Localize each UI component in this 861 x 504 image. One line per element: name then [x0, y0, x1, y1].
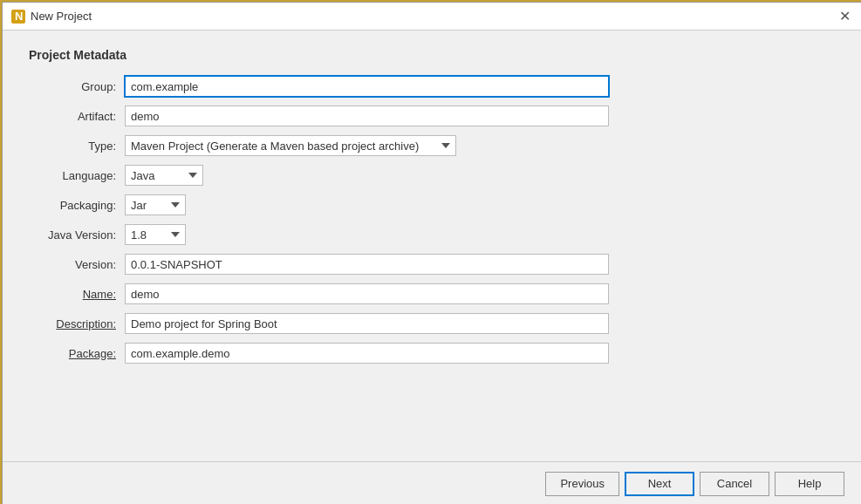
name-row: Name:	[29, 283, 836, 304]
footer: Previous Next Cancel Help	[3, 461, 861, 504]
description-input[interactable]	[125, 313, 609, 334]
help-button[interactable]: Help	[775, 472, 844, 496]
form-content: Project Metadata Group: Artifact: Type: …	[3, 31, 861, 461]
name-input[interactable]	[125, 283, 609, 304]
close-button[interactable]: ✕	[836, 8, 853, 25]
artifact-input[interactable]	[125, 106, 609, 126]
packaging-select[interactable]: Jar War	[125, 194, 186, 215]
type-select[interactable]: Maven Project (Generate a Maven based pr…	[125, 135, 456, 156]
version-label: Version:	[29, 258, 125, 271]
package-label: Package:	[29, 347, 125, 360]
java-version-label: Java Version:	[29, 228, 125, 242]
cancel-button[interactable]: Cancel	[700, 472, 769, 496]
previous-button[interactable]: Previous	[545, 472, 619, 496]
language-select[interactable]: Java Kotlin Groovy	[125, 165, 203, 186]
language-row: Language: Java Kotlin Groovy	[29, 165, 836, 186]
group-label: Group:	[29, 80, 125, 93]
next-button[interactable]: Next	[625, 472, 694, 496]
description-row: Description:	[29, 313, 836, 334]
version-input[interactable]	[125, 254, 609, 275]
description-label: Description:	[29, 317, 125, 330]
packaging-label: Packaging:	[29, 199, 125, 212]
packaging-row: Packaging: Jar War	[29, 194, 836, 215]
version-row: Version:	[29, 254, 836, 275]
section-title: Project Metadata	[29, 48, 836, 62]
java-version-row: Java Version: 1.8 11 17	[29, 224, 836, 245]
artifact-label: Artifact:	[29, 110, 125, 123]
title-bar: N New Project ✕	[3, 3, 861, 31]
name-label: Name:	[29, 288, 125, 301]
package-row: Package:	[29, 343, 836, 364]
group-input[interactable]	[125, 76, 609, 97]
group-row: Group:	[29, 76, 836, 97]
java-version-select[interactable]: 1.8 11 17	[125, 224, 186, 245]
artifact-row: Artifact:	[29, 106, 836, 126]
type-row: Type: Maven Project (Generate a Maven ba…	[29, 135, 836, 156]
svg-text:N: N	[15, 10, 23, 23]
package-input[interactable]	[125, 343, 609, 364]
type-label: Type:	[29, 140, 125, 153]
window-title: New Project	[31, 10, 92, 23]
language-label: Language:	[29, 169, 125, 182]
app-icon: N	[11, 10, 25, 24]
